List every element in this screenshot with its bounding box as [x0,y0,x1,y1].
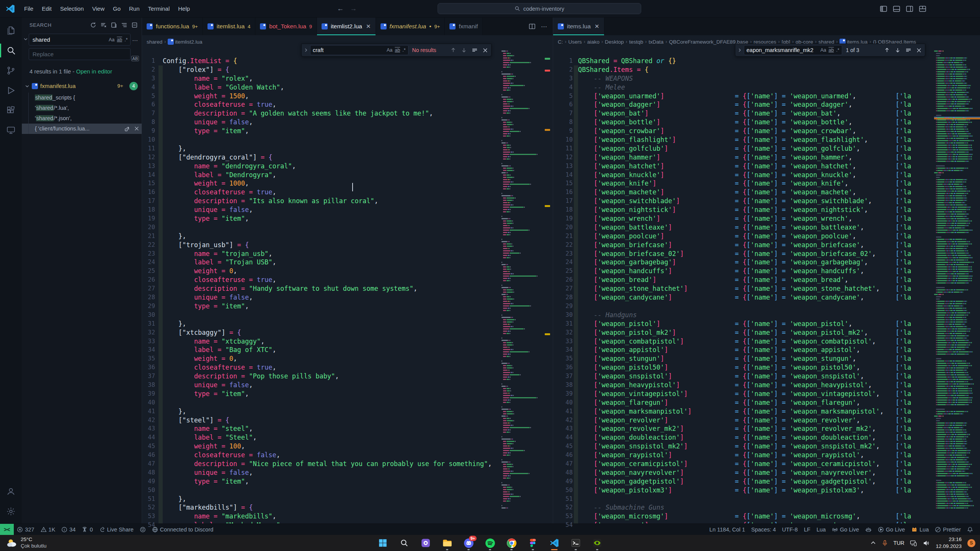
line-number[interactable]: 52 [553,503,573,512]
code-line[interactable]: ['weapon_bottle'] = {['name'] = 'weapon_… [578,118,934,127]
code-line[interactable]: ['weapon_flashlight'] = {['name'] = 'wea… [578,135,934,144]
code-line[interactable]: ['weapon_knife'] = {['name'] = 'weapon_k… [578,179,934,188]
replace-all-icon[interactable]: AB [131,56,139,61]
line-number[interactable]: 4 [142,83,155,92]
status-item-ln-1184-col-1[interactable]: Ln 1184, Col 1 [706,524,748,535]
status-item-spaces-4[interactable]: Spaces: 4 [748,524,779,535]
match-case-icon[interactable]: Aa [820,47,826,53]
line-number[interactable]: 28 [553,293,573,302]
tab-itemlist-lua[interactable]: itemlist.lua4 [203,18,255,35]
activity-search-icon[interactable] [0,41,22,60]
code-line[interactable]: ['weapon_briefcase'] = {['name'] = 'weap… [578,241,934,249]
code-line[interactable]: label = "Trojan USB", [163,258,500,267]
code-line[interactable]: ['weapon_gadgetpistol'] = {['name'] = 'w… [578,477,934,486]
code-line[interactable]: ['weapon_bat'] = {['name'] = 'weapon_bat… [578,109,934,118]
line-number[interactable]: 43 [553,424,573,433]
language-indicator[interactable]: TUR [893,540,905,546]
activity-account-icon[interactable] [0,481,22,501]
code-line[interactable]: ['weapon_crowbar'] = {['name'] = 'weapon… [578,127,934,135]
code-line[interactable]: ['weapon_bread'] = {['name'] = 'weapon_b… [578,276,934,284]
line-number[interactable]: 41 [142,407,155,416]
line-number[interactable]: 19 [142,214,155,223]
split-editor-icon[interactable] [529,23,536,30]
line-number[interactable]: 6 [142,100,155,109]
search-input[interactable] [33,36,109,43]
code-line[interactable]: ['weapon_switchblade'] = {['name'] = 'we… [578,197,934,205]
search-result-row[interactable]: 'shared/*.json', [22,113,142,124]
code-line[interactable]: weight = 0, [163,354,500,363]
match-case-icon[interactable]: Aa [387,47,392,53]
code-line[interactable]: closeafteruse = true, [163,363,500,372]
line-number[interactable]: 16 [553,188,573,197]
status-item-34[interactable]: 34 [58,524,78,535]
find-expand-chevron-icon[interactable] [735,48,744,52]
code-line[interactable]: unique = false, [163,205,500,214]
code-line[interactable]: ['weapon_marksmanpistol'] = {['name'] = … [578,407,934,416]
code-line[interactable]: ['weapon_microsmg'] = {['name'] = 'weapo… [578,512,934,521]
code-line[interactable]: label = "Dendrogyra", [163,171,500,179]
code-line[interactable]: weight = 0, [163,267,500,276]
line-number[interactable]: 28 [142,293,155,302]
tray-overflow-chevron-icon[interactable] [870,540,876,546]
line-number[interactable]: 21 [142,232,155,241]
overview-ruler-left[interactable] [543,48,553,523]
line-number[interactable]: 38 [553,381,573,390]
line-number[interactable]: 36 [142,363,155,372]
code-line[interactable]: ['weapon_briefcase_02'] = {['name'] = 'w… [578,249,934,258]
minimap-left[interactable] [500,48,543,523]
line-number[interactable]: 10 [142,135,155,144]
find-next-icon[interactable] [895,47,901,53]
code-line[interactable]: ['weapon_snspistol_mk2'] = {['name'] = '… [578,442,934,451]
line-number[interactable]: 11 [553,144,573,153]
code-line[interactable]: label = "Marked Money", [163,521,500,523]
tab-bot_token-lua[interactable]: bot_Token.lua9 [255,18,317,35]
line-number[interactable]: 7 [142,109,155,118]
line-number[interactable]: 43 [142,424,155,433]
code-line[interactable]: unique = false, [163,293,500,302]
line-number[interactable]: 45 [553,442,573,451]
line-number[interactable]: 48 [142,468,155,477]
nav-back-icon[interactable]: ← [337,5,344,13]
code-line[interactable]: ["markedbills"] = { [163,503,500,512]
search-input-box[interactable]: Aa ab .* [29,34,131,46]
line-number[interactable]: 51 [142,495,155,504]
code-line[interactable]: unique = false, [163,381,500,390]
line-number[interactable]: 11 [142,144,155,153]
code-line[interactable]: name = "dendrogyra_coral", [163,162,500,171]
line-number[interactable]: 24 [142,258,155,267]
microphone-icon[interactable] [882,540,888,546]
code-line[interactable]: unique = false, [163,468,500,477]
line-number[interactable]: 30 [553,311,573,320]
activity-run-debug-icon[interactable] [0,80,22,100]
whole-word-icon[interactable]: ab [117,37,122,42]
remote-indicator[interactable]: >< [0,524,14,535]
code-line[interactable]: ['weapon_smg'] = {['name'] = 'weapon_smg… [578,521,934,523]
line-number[interactable]: 36 [553,363,573,372]
replace-match-icon[interactable] [124,126,130,132]
command-center[interactable]: codem-inventory [438,3,641,14]
line-number[interactable]: 1 [553,57,573,65]
line-number[interactable]: 7 [553,109,573,118]
toggle-secondary-sidebar-icon[interactable] [906,5,913,13]
close-tab-icon[interactable]: ✕ [595,23,599,30]
code-line[interactable]: ['weapon_stungun'] = {['name'] = 'weapon… [578,354,934,363]
code-line[interactable]: -- Submachine Guns [578,503,934,512]
status-item-prettier[interactable]: Prettier [932,524,964,535]
taskbar-app-explorer[interactable] [438,535,456,551]
search-details-icon[interactable]: ⋯ [132,37,138,44]
status-item-go-live[interactable]: Go Live [875,524,908,535]
menu-help[interactable]: Help [175,4,193,13]
line-number[interactable]: 25 [553,267,573,276]
search-result-row[interactable]: { 'client/functions.lua... [22,124,142,134]
code-line[interactable]: -- WEAPONS [578,74,934,83]
code-line[interactable]: }, [163,495,500,504]
line-number[interactable]: 49 [142,477,155,486]
tab-items-lua[interactable]: items.lua✕ [553,18,604,35]
line-number[interactable]: 3 [553,74,573,83]
cast-screen-icon[interactable] [910,540,917,546]
line-number[interactable]: 30 [142,311,155,320]
dismiss-icon[interactable] [134,126,139,131]
activity-extensions-icon[interactable] [0,100,22,120]
code-line[interactable]: weight = 1000, [163,179,500,188]
code-line[interactable]: ['weapon_snspistol'] = {['name'] = 'weap… [578,372,934,381]
